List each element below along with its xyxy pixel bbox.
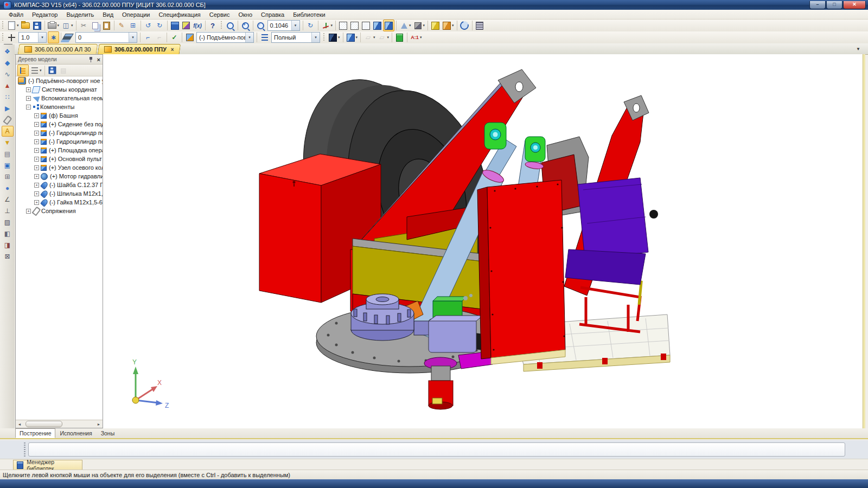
variables-button[interactable] <box>181 20 192 31</box>
sketch-contour-button[interactable]: ⌐ <box>142 31 154 43</box>
display-combo-dropdown-icon[interactable]: ▾ <box>311 33 320 42</box>
spline-tool[interactable]: ∿ <box>2 69 14 80</box>
simplified-display-dropdown-icon[interactable]: ▾ <box>409 23 411 28</box>
layer-combo[interactable]: 0▾ <box>75 32 137 43</box>
copy-geometry-tool[interactable]: ◧ <box>2 228 14 239</box>
select-query-tool[interactable]: ⊠ <box>2 251 14 262</box>
zoom-in-button[interactable] <box>225 20 236 31</box>
array-tool[interactable]: ∷ <box>2 92 14 102</box>
3d-model-svg[interactable]: Y X Z <box>103 54 863 428</box>
menu-окно[interactable]: Окно <box>234 11 257 18</box>
constraint-2-dropdown-icon[interactable]: ▾ <box>387 35 390 40</box>
hide-objects-button[interactable]: ▾ <box>412 20 426 31</box>
open-document-button[interactable] <box>20 20 31 31</box>
tree-expander[interactable]: + <box>34 165 39 170</box>
tree-expander[interactable]: + <box>34 139 39 144</box>
tree-expander[interactable]: + <box>34 191 39 196</box>
tree-expander[interactable]: + <box>26 87 31 92</box>
wireframe-no-hidden-button[interactable] <box>349 20 360 31</box>
new-document-button[interactable]: ▾ <box>6 20 20 31</box>
filter-tool[interactable]: ▼ <box>2 137 14 148</box>
print-dropdown-icon[interactable]: ▾ <box>58 23 60 28</box>
direction-tool[interactable]: ▶ <box>2 103 14 114</box>
surface-shading-dropdown-icon[interactable]: ▾ <box>338 35 340 40</box>
bottom-tab-построение[interactable]: Построение <box>15 428 55 438</box>
print-preview-button[interactable]: ◫▾ <box>60 20 74 31</box>
scroll-right-arrow[interactable]: ► <box>95 422 103 426</box>
wireframe-thin-button[interactable] <box>360 20 372 31</box>
tree-item-13[interactable]: +(-) Шпилька М12х1,2 <box>16 189 103 198</box>
tree-item-3[interactable]: −Компоненты <box>16 102 103 111</box>
tree-item-4[interactable]: +(ф) Башня <box>16 111 103 120</box>
mates-tool[interactable] <box>2 114 14 125</box>
tree-expander[interactable]: + <box>34 157 39 162</box>
3d-viewport[interactable]: Y X Z <box>103 54 863 428</box>
zoom-scale-combo[interactable]: 0.1046▾ <box>267 20 300 31</box>
simplified-display-button[interactable]: ▾ <box>398 20 412 31</box>
tree-item-7[interactable]: +(-) Гидроцилиндр по <box>16 137 103 146</box>
property-bar-grip[interactable] <box>24 442 25 457</box>
copy-button[interactable] <box>90 20 101 31</box>
zoom-scale-combo-dropdown-icon[interactable]: ▾ <box>291 21 299 30</box>
tree-expander[interactable]: + <box>34 148 39 153</box>
rotate-model-button[interactable] <box>459 20 470 31</box>
tree-item-9[interactable]: +(+) Основной пульт у <box>16 155 103 163</box>
tree-report-button[interactable]: ▤ <box>58 65 69 76</box>
wireframe-button[interactable] <box>337 20 349 31</box>
restore-button[interactable]: □ <box>826 1 843 9</box>
cut-button[interactable]: ✂ <box>78 20 90 31</box>
tree-item-5[interactable]: +(+) Сидение без под <box>16 120 103 129</box>
clip-display-button[interactable]: ▾ <box>441 20 455 31</box>
scroll-left-arrow[interactable]: ◄ <box>16 422 23 426</box>
macro-tool-button[interactable] <box>474 20 486 31</box>
context-help-button[interactable]: ? <box>207 20 219 31</box>
tree-item-11[interactable]: +(+) Мотор гидравлич <box>16 172 103 181</box>
scroll-thumb[interactable] <box>25 421 62 427</box>
close-button[interactable]: ✕ <box>843 1 866 9</box>
dimension-scale-button[interactable] <box>6 31 17 43</box>
shaded-with-edges-button[interactable] <box>383 20 394 31</box>
bottom-tab-зоны[interactable]: Зоны <box>97 428 119 438</box>
menu-файл[interactable]: Файл <box>4 11 28 18</box>
component-tool[interactable]: ❖ <box>2 46 14 57</box>
document-tab-1[interactable]: 306.00.00.000 АЛ 30 <box>18 44 98 54</box>
panel-close-icon[interactable]: × <box>97 56 100 63</box>
orientation-combo-dropdown-icon[interactable]: ▾ <box>245 33 253 42</box>
surface-tool[interactable]: ▲ <box>2 80 14 91</box>
tree-composition-view-button[interactable]: ▾ <box>29 65 43 76</box>
display-combo[interactable]: Полный▾ <box>271 32 320 43</box>
measure-angle-tool[interactable]: ∠ <box>2 194 14 205</box>
menu-справка[interactable]: Справка <box>257 11 289 18</box>
tree-expander[interactable]: + <box>34 113 39 118</box>
fx-function-button[interactable]: f(x) <box>192 20 203 31</box>
conditions-tool[interactable]: ⊞ <box>2 171 14 182</box>
wedge-tool-button[interactable]: ▾ <box>345 31 359 43</box>
display-mode-icon-button[interactable] <box>259 31 270 43</box>
model-tree-header[interactable]: Дерево модели × <box>16 55 103 65</box>
shaded-button[interactable] <box>372 20 383 31</box>
orientation-dropdown-icon[interactable]: ▾ <box>331 23 333 28</box>
document-tab-2[interactable]: 306.02.00.000 ППУ× <box>97 44 181 54</box>
bottom-tab-исполнения[interactable]: Исполнения <box>55 428 96 438</box>
scale-combo[interactable]: 1.0▾ <box>18 32 47 43</box>
hide-objects-dropdown-icon[interactable]: ▾ <box>423 23 425 28</box>
model-right-panel[interactable] <box>477 180 565 364</box>
constraint-2-button[interactable]: ▱▾ <box>376 31 391 43</box>
redo-button[interactable]: ↻ <box>154 20 165 31</box>
print-button[interactable]: ▾ <box>47 20 61 31</box>
tree-expander[interactable]: − <box>26 105 31 110</box>
paste-button[interactable] <box>101 20 112 31</box>
tree-expander[interactable]: + <box>26 96 31 101</box>
toolbar-grip[interactable] <box>220 21 223 30</box>
toolbar-grip[interactable] <box>2 21 4 30</box>
tree-item-6[interactable]: +(-) Гидроцилиндр по <box>16 129 103 137</box>
tree-composition-view-dropdown-icon[interactable]: ▾ <box>40 68 42 73</box>
model-seat[interactable] <box>565 178 658 332</box>
tolerance-green-button[interactable] <box>394 31 405 43</box>
menu-сервис[interactable]: Сервис <box>205 11 234 18</box>
tree-item-14[interactable]: +(-) Гайка М12х1,5-6Н <box>16 198 103 207</box>
tree-expander[interactable]: + <box>26 209 31 214</box>
tree-item-2[interactable]: +Вспомогательная геомет <box>16 94 103 102</box>
menu-спецификация[interactable]: Спецификация <box>155 11 205 18</box>
constraint-1-button[interactable]: ▱▾ <box>362 31 376 43</box>
